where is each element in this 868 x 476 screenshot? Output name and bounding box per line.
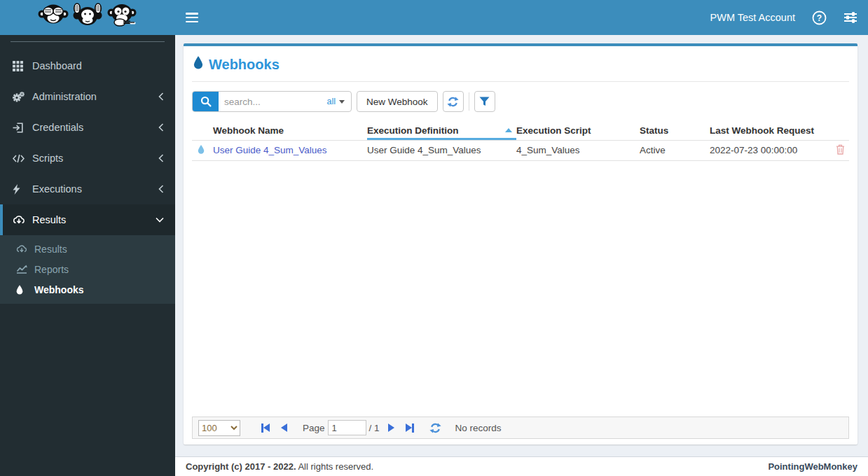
code-icon xyxy=(13,154,32,163)
sidebar-toggle-button[interactable] xyxy=(186,13,198,22)
results-submenu: Results Reports Webhooks xyxy=(0,235,175,304)
sidebar-item-credentials[interactable]: Credentials xyxy=(0,112,175,143)
cell-status: Active xyxy=(640,140,710,160)
chart-line-icon xyxy=(16,265,34,274)
empty-table-space xyxy=(192,161,849,417)
submenu-item-label: Reports xyxy=(34,264,69,275)
title-divider xyxy=(192,81,849,82)
cloud-download-icon xyxy=(16,244,34,253)
account-menu[interactable]: PWM Test Account xyxy=(710,12,795,23)
submenu-item-results[interactable]: Results xyxy=(0,239,175,259)
sidebar-item-label: Results xyxy=(32,214,66,225)
records-status-text: No records xyxy=(455,423,502,433)
cell-execution-script: 4_Sum_Values xyxy=(516,140,640,160)
monkey-pointing-icon xyxy=(105,2,139,33)
sign-in-icon xyxy=(13,122,32,133)
main-area: Webhooks all xyxy=(175,35,868,476)
pager-refresh-icon[interactable] xyxy=(429,422,441,434)
new-webhook-button[interactable]: New Webhook xyxy=(357,91,438,112)
droplet-icon xyxy=(16,285,34,295)
monkey-hear-no-evil-icon xyxy=(71,2,104,33)
sidebar-divider xyxy=(11,41,165,42)
table-header-row: Webhook Name Execution Definition Execut… xyxy=(192,121,849,140)
sidebar-item-label: Administration xyxy=(32,91,97,102)
cloud-download-icon xyxy=(13,215,32,225)
sidebar-item-executions[interactable]: Executions xyxy=(0,174,175,204)
page-number-input[interactable] xyxy=(328,420,366,435)
cell-webhook-name: User Guide 4_Sum_Values xyxy=(213,140,367,160)
chevron-down-icon xyxy=(156,217,164,223)
search-scope-label: all xyxy=(326,97,336,106)
sidebar: Dashboard Administration xyxy=(0,35,175,476)
cell-actions xyxy=(836,140,849,160)
dashboard-grid-icon xyxy=(13,61,32,71)
submenu-item-label: Results xyxy=(34,244,67,255)
header-execution-script[interactable]: Execution Script xyxy=(516,121,640,140)
page-label: Page xyxy=(303,423,325,433)
help-icon[interactable]: ? xyxy=(812,10,827,25)
next-page-button[interactable] xyxy=(388,424,394,432)
header-webhook-name[interactable]: Webhook Name xyxy=(213,121,367,140)
page-title-text: Webhooks xyxy=(209,57,280,73)
webhooks-table: Webhook Name Execution Definition Execut… xyxy=(192,121,849,161)
caret-down-icon xyxy=(339,100,345,104)
search-group: all xyxy=(192,91,352,112)
brand-text: PointingWebMonkey xyxy=(768,461,857,472)
sidebar-item-label: Scripts xyxy=(32,153,63,164)
sort-ascending-icon xyxy=(505,128,512,132)
content: Webhooks all xyxy=(175,35,868,456)
gears-icon xyxy=(13,92,32,102)
droplet-icon xyxy=(198,146,205,156)
cell-execution-definition: User Guide 4_Sum_Values xyxy=(367,140,516,160)
submenu-item-label: Webhooks xyxy=(34,284,84,295)
bolt-icon xyxy=(13,184,32,195)
sidebar-item-results[interactable]: Results xyxy=(0,204,175,235)
navbar: PWM Test Account ? xyxy=(175,0,868,35)
navbar-right: PWM Test Account ? xyxy=(710,10,857,25)
sidebar-item-label: Dashboard xyxy=(32,60,82,71)
svg-text:?: ? xyxy=(817,13,822,23)
search-button[interactable] xyxy=(193,92,219,111)
submenu-item-reports[interactable]: Reports xyxy=(0,259,175,279)
chevron-left-icon xyxy=(158,185,164,193)
submenu-item-webhooks[interactable]: Webhooks xyxy=(0,279,175,300)
chevron-left-icon xyxy=(158,154,164,162)
webhook-name-link[interactable]: User Guide 4_Sum_Values xyxy=(213,145,327,155)
chevron-left-icon xyxy=(158,92,164,101)
search-scope-dropdown[interactable]: all xyxy=(320,92,351,111)
sidebar-item-dashboard[interactable]: Dashboard xyxy=(0,50,175,81)
table-row: User Guide 4_Sum_Values User Guide 4_Sum… xyxy=(192,140,849,160)
cell-last-webhook-request: 2022-07-23 00:00:00 xyxy=(710,140,836,160)
sidebar-item-label: Executions xyxy=(32,183,82,195)
copyright-text: Copyright (c) 2017 - 2022. All rights re… xyxy=(186,461,373,472)
monkey-see-no-evil-icon xyxy=(36,2,70,33)
logo[interactable] xyxy=(0,0,175,35)
last-page-button[interactable] xyxy=(406,424,414,433)
settings-sliders-icon[interactable] xyxy=(843,11,857,24)
toolbar: all New Webhook xyxy=(192,91,849,112)
total-pages-label: / 1 xyxy=(369,423,380,433)
first-page-button[interactable] xyxy=(261,424,270,433)
chevron-left-icon xyxy=(158,123,164,132)
pager-bar: 100 Page / 1 xyxy=(192,416,849,439)
header-last-webhook-request[interactable]: Last Webhook Request xyxy=(710,121,836,140)
refresh-button[interactable] xyxy=(443,91,464,112)
sidebar-item-label: Credentials xyxy=(32,122,83,133)
delete-trash-icon[interactable] xyxy=(836,146,845,157)
header-status[interactable]: Status xyxy=(640,121,710,140)
row-droplet-cell xyxy=(192,140,213,160)
topbar: PWM Test Account ? xyxy=(0,0,868,35)
search-input[interactable] xyxy=(219,92,320,111)
toolbar-divider xyxy=(469,92,469,111)
filter-button[interactable] xyxy=(474,91,495,112)
application-window: PWM Test Account ? xyxy=(0,0,868,476)
header-icon-spacer xyxy=(192,121,213,140)
header-execution-definition[interactable]: Execution Definition xyxy=(367,121,516,140)
previous-page-button[interactable] xyxy=(281,424,287,432)
sidebar-item-scripts[interactable]: Scripts xyxy=(0,143,175,174)
sidebar-item-administration[interactable]: Administration xyxy=(0,81,175,112)
footer: Copyright (c) 2017 - 2022. All rights re… xyxy=(175,456,868,476)
page-size-select[interactable]: 100 xyxy=(198,420,240,436)
webhooks-card: Webhooks all xyxy=(184,43,857,444)
droplet-icon xyxy=(193,56,203,73)
